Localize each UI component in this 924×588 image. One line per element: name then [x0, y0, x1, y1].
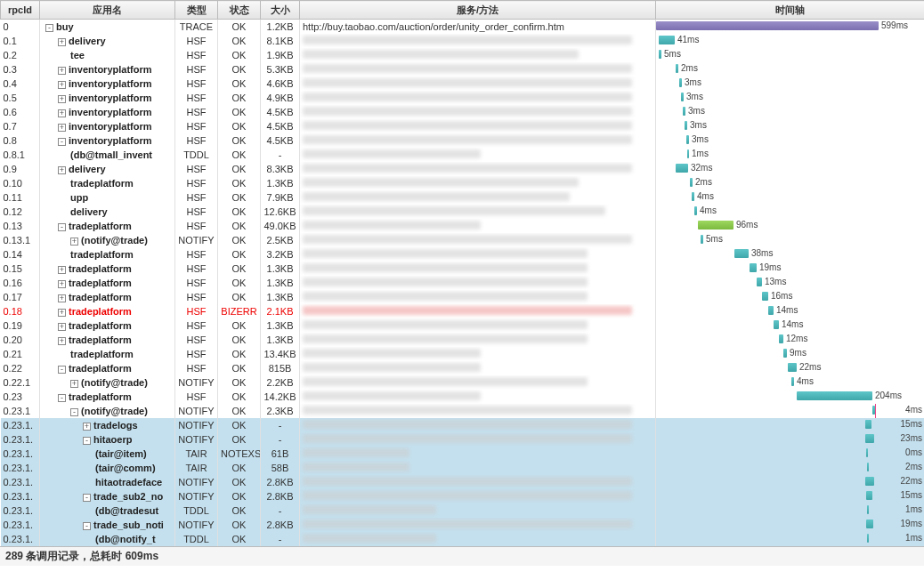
- table-row[interactable]: 0.5+inventoryplatformHSFOK4.9KB3ms: [1, 91, 925, 105]
- app-cell: +tradeplatform: [40, 276, 175, 290]
- duration-label: 15ms: [901, 490, 922, 500]
- table-row[interactable]: 0.23.1.(db@notify_tTDDLOK-1ms: [1, 532, 925, 546]
- status-cell: OK: [218, 133, 261, 148]
- col-app[interactable]: 应用名: [40, 1, 175, 20]
- expand-icon[interactable]: +: [58, 280, 66, 288]
- table-row[interactable]: 0.7+inventoryplatformHSFOK4.5KB3ms: [1, 119, 925, 133]
- table-row[interactable]: 0.4+inventoryplatformHSFOK4.6KB3ms: [1, 77, 925, 91]
- table-row[interactable]: 0.23.1.(tair@item)TAIRNOTEXSI61B0ms: [1, 447, 925, 461]
- app-name: (tair@comm): [95, 463, 156, 473]
- expand-icon[interactable]: +: [70, 380, 78, 388]
- rpcid-cell: 0.6: [1, 105, 40, 119]
- table-row[interactable]: 0.6+inventoryplatformHSFOK4.5KB3ms: [1, 105, 925, 119]
- col-rpcid[interactable]: rpcId: [1, 1, 40, 20]
- col-size[interactable]: 大小: [261, 1, 300, 20]
- table-row[interactable]: 0.23.1.-trade_sub_notiNOTIFYOK2.8KB19ms: [1, 518, 925, 532]
- expand-icon[interactable]: +: [83, 423, 91, 431]
- service-cell: [300, 447, 656, 461]
- type-cell: HSF: [175, 133, 218, 148]
- timeline-bar: [656, 21, 879, 30]
- collapse-icon[interactable]: -: [58, 223, 66, 231]
- app-name: tradeplatform: [69, 391, 132, 402]
- rpcid-cell: 0.3: [1, 62, 40, 77]
- table-row[interactable]: 0.3+inventoryplatformHSFOK5.3KB2ms: [1, 62, 925, 77]
- table-row[interactable]: 0.18+tradeplatformHSFBIZERR2.1KB14ms: [1, 304, 925, 318]
- collapse-icon[interactable]: -: [83, 522, 91, 530]
- table-row[interactable]: 0.1+deliveryHSFOK8.1KB41ms: [1, 34, 925, 48]
- status-cell: BIZERR: [218, 304, 261, 318]
- expand-icon[interactable]: +: [58, 38, 66, 46]
- table-row[interactable]: 0.9+deliveryHSFOK8.3KB32ms: [1, 162, 925, 176]
- col-service[interactable]: 服务/方法: [300, 1, 656, 20]
- collapse-icon[interactable]: -: [58, 366, 66, 374]
- status-cell: OK: [218, 390, 261, 404]
- col-timeline[interactable]: 时间轴: [656, 1, 925, 20]
- collapse-icon[interactable]: -: [58, 138, 66, 146]
- table-row[interactable]: 0.23.1.(tair@comm)TAIROK58B2ms: [1, 461, 925, 475]
- expand-icon[interactable]: +: [58, 95, 66, 103]
- app-cell: (db@tmall_invent: [40, 148, 175, 162]
- service-cell: [300, 190, 656, 205]
- expand-icon[interactable]: +: [58, 166, 66, 174]
- size-cell: -: [261, 503, 300, 518]
- table-row[interactable]: 0.23.1.-trade_sub2_noNOTIFYOK2.8KB15ms: [1, 489, 925, 503]
- expand-icon[interactable]: +: [70, 238, 78, 246]
- timeline-bar: [701, 235, 703, 244]
- table-row[interactable]: 0.13-tradeplatformHSFOK49.0KB96ms: [1, 219, 925, 233]
- table-row[interactable]: 0.23.1.+tradelogsNOTIFYOK-15ms: [1, 418, 925, 432]
- redacted-text: [303, 463, 409, 471]
- table-row[interactable]: 0.21tradeplatformHSFOK13.4KB9ms: [1, 347, 925, 361]
- table-row[interactable]: 0.23-tradeplatformHSFOK14.2KB204ms: [1, 390, 925, 404]
- size-cell: 1.3KB: [261, 276, 300, 290]
- collapse-icon[interactable]: -: [83, 437, 91, 445]
- expand-icon[interactable]: +: [58, 323, 66, 331]
- expand-icon[interactable]: +: [58, 337, 66, 345]
- table-row[interactable]: 0-buyTRACEOK1.2KBhttp://buy.taobao.com/a…: [1, 20, 925, 34]
- expand-icon[interactable]: +: [58, 67, 66, 75]
- collapse-icon[interactable]: -: [83, 494, 91, 502]
- col-status[interactable]: 状态: [218, 1, 261, 20]
- table-row[interactable]: 0.23.1.(db@tradesutTDDLOK-1ms: [1, 503, 925, 518]
- expand-icon[interactable]: +: [58, 109, 66, 117]
- size-cell: 7.9KB: [261, 190, 300, 205]
- table-row[interactable]: 0.2teeHSFOK1.9KB5ms: [1, 48, 925, 62]
- app-name: (notify@trade): [81, 235, 148, 246]
- table-row[interactable]: 0.16+tradeplatformHSFOK1.3KB13ms: [1, 276, 925, 290]
- table-row[interactable]: 0.19+tradeplatformHSFOK1.3KB14ms: [1, 318, 925, 333]
- table-row[interactable]: 0.23.1.hitaotradefaceNOTIFYOK2.8KB22ms: [1, 475, 925, 489]
- redacted-text: [303, 534, 436, 543]
- table-row[interactable]: 0.20+tradeplatformHSFOK1.3KB12ms: [1, 333, 925, 347]
- table-row[interactable]: 0.17+tradeplatformHSFOK1.3KB16ms: [1, 290, 925, 304]
- redacted-text: [303, 93, 632, 101]
- table-row[interactable]: 0.10tradeplatformHSFOK1.3KB2ms: [1, 176, 925, 190]
- table-row[interactable]: 0.22.1+(notify@trade)NOTIFYOK2.2KB4ms: [1, 375, 925, 390]
- type-cell: NOTIFY: [175, 418, 218, 432]
- table-row[interactable]: 0.8.1(db@tmall_inventTDDLOK-1ms: [1, 148, 925, 162]
- expand-icon[interactable]: +: [58, 294, 66, 302]
- rpcid-cell: 0.10: [1, 176, 40, 190]
- table-row[interactable]: 0.22-tradeplatformHSFOK815B22ms: [1, 361, 925, 375]
- table-row[interactable]: 0.13.1+(notify@trade)NOTIFYOK2.5KB5ms: [1, 233, 925, 247]
- col-type[interactable]: 类型: [175, 1, 218, 20]
- collapse-icon[interactable]: -: [45, 24, 53, 32]
- expand-icon[interactable]: +: [58, 309, 66, 317]
- redacted-text: [303, 391, 481, 400]
- timeline-cell: 3ms: [656, 119, 925, 133]
- expand-icon[interactable]: +: [58, 266, 66, 274]
- expand-icon[interactable]: +: [58, 124, 66, 132]
- collapse-icon[interactable]: -: [70, 408, 78, 416]
- table-row[interactable]: 0.11uppHSFOK7.9KB4ms: [1, 190, 925, 205]
- table-row[interactable]: 0.23.1-(notify@trade)NOTIFYOK2.3KB4ms: [1, 404, 925, 418]
- table-row[interactable]: 0.8-inventoryplatformHSFOK4.5KB3ms: [1, 133, 925, 148]
- table-row[interactable]: 0.15+tradeplatformHSFOK1.3KB19ms: [1, 262, 925, 276]
- duration-label: 5ms: [706, 234, 723, 244]
- expand-icon[interactable]: +: [58, 81, 66, 89]
- table-row[interactable]: 0.14tradeplatformHSFOK3.2KB38ms: [1, 247, 925, 262]
- rpcid-cell: 0.19: [1, 318, 40, 333]
- duration-label: 3ms: [685, 77, 701, 87]
- table-row[interactable]: 0.23.1.-hitaoerpNOTIFYOK-23ms: [1, 432, 925, 447]
- collapse-icon[interactable]: -: [58, 394, 66, 402]
- app-name: delivery: [69, 164, 106, 174]
- timeline-cell: 5ms: [656, 48, 925, 62]
- table-row[interactable]: 0.12deliveryHSFOK12.6KB4ms: [1, 205, 925, 219]
